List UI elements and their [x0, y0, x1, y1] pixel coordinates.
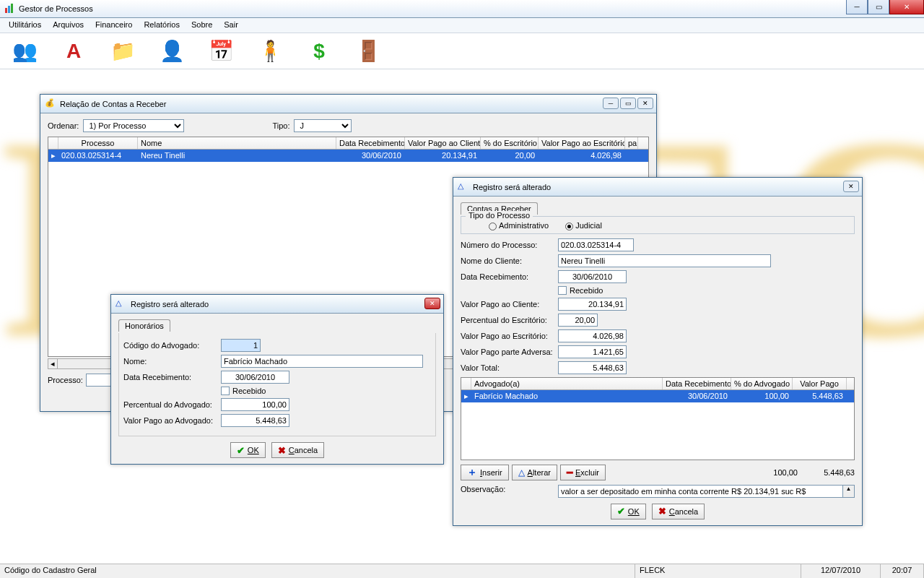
- money-icon: 💰: [45, 98, 56, 110]
- check-icon: ✔: [617, 506, 625, 517]
- vpc-input[interactable]: [558, 298, 627, 311]
- w3-title: Registro será alterado: [473, 183, 551, 191]
- menu-sobre[interactable]: Sobre: [186, 18, 218, 33]
- triangle-icon: △: [518, 467, 525, 478]
- obs-up[interactable]: ▲: [843, 486, 854, 492]
- toolbar-folder-icon[interactable]: 📁: [109, 38, 136, 65]
- close-button[interactable]: ✕: [889, 0, 924, 14]
- toolbar-calendar-icon[interactable]: 📅: [207, 38, 235, 65]
- toolbar: 👥 A 📁 👤 📅 🧍 $ 🚪: [0, 33, 924, 69]
- w3-row[interactable]: ▸ Fabrício Machado 30/06/2010 100,00 5.4…: [461, 390, 854, 402]
- excluir-button[interactable]: ━Excluir: [560, 465, 606, 480]
- w3-cancel-button[interactable]: ✖Cancela: [652, 504, 705, 519]
- toolbar-users-icon[interactable]: 👥: [11, 38, 38, 65]
- app-icon: [4, 3, 15, 14]
- statusbar: Código do Cadastro Geral FLECK 12/07/201…: [0, 564, 924, 578]
- num-input[interactable]: [558, 238, 634, 251]
- plus-icon: ＋: [467, 466, 477, 479]
- w1-min[interactable]: ─: [603, 98, 619, 109]
- w2-tab[interactable]: Honorários: [118, 319, 170, 332]
- radio-judicial[interactable]: [565, 223, 573, 230]
- data3-input[interactable]: [558, 270, 627, 283]
- radio-admin[interactable]: [489, 223, 497, 230]
- w2-title: Registro será alterado: [131, 300, 209, 309]
- check-icon: ✔: [237, 445, 245, 456]
- toolbar-person-icon[interactable]: 🧍: [256, 38, 284, 65]
- menu-financeiro[interactable]: Financeiro: [90, 18, 138, 33]
- toolbar-a-icon[interactable]: A: [60, 38, 87, 65]
- vpa-input[interactable]: [221, 414, 289, 427]
- w1-title: Relação de Contas a Receber: [60, 100, 166, 108]
- maximize-button[interactable]: ▭: [868, 0, 889, 14]
- vppa-input[interactable]: [558, 345, 627, 358]
- nomecli-input[interactable]: [558, 254, 771, 267]
- toolbar-exit-icon[interactable]: 🚪: [354, 38, 382, 65]
- w3-grid-header: Advogado(a) Data Recebimento % do Advoga…: [461, 378, 854, 390]
- w1-max[interactable]: ▭: [620, 98, 636, 109]
- pesc-input[interactable]: [558, 314, 598, 327]
- menu-sair[interactable]: Sair: [218, 18, 244, 33]
- app-title: Gestor de Processos: [19, 4, 93, 13]
- ordenar-label: Ordenar:: [48, 121, 79, 130]
- menu-relatorios[interactable]: Relatórios: [138, 18, 186, 33]
- warning-icon: △: [116, 298, 127, 310]
- w2-ok-button[interactable]: ✔OK: [230, 442, 266, 458]
- w3-ok-button[interactable]: ✔OK: [611, 504, 646, 519]
- toolbar-contact-icon[interactable]: 👤: [158, 38, 186, 65]
- processo-label: Processo:: [48, 376, 83, 384]
- svg-rect-0: [5, 8, 7, 13]
- ordenar-select[interactable]: 1) Por Processo: [83, 119, 184, 132]
- window-registro: △ Registro será alterado ✕ Contas a Rece…: [453, 177, 863, 526]
- recebido-check[interactable]: [221, 387, 230, 395]
- w1-close[interactable]: ✕: [637, 98, 653, 109]
- svg-rect-1: [8, 6, 10, 13]
- menu-arquivos[interactable]: Arquivos: [47, 18, 90, 33]
- w1-grid-header: Processo Nome Data Recebimento Valor Pag…: [48, 137, 648, 150]
- w2-cancel-button[interactable]: ✖Cancela: [271, 442, 324, 458]
- alterar-button[interactable]: △Alterar: [512, 465, 557, 480]
- vpe-input[interactable]: [558, 329, 627, 342]
- w3-close[interactable]: ✕: [843, 181, 859, 192]
- vt-input[interactable]: [558, 361, 627, 374]
- recebido3-check[interactable]: [558, 286, 567, 295]
- warning-icon: △: [458, 181, 469, 193]
- codigo-input[interactable]: [221, 339, 261, 352]
- toolbar-money-icon[interactable]: $: [305, 38, 333, 65]
- main-titlebar: Gestor de Processos ─ ▭ ✕: [0, 0, 924, 18]
- w2-close[interactable]: ✕: [424, 298, 440, 309]
- x-icon: ✖: [278, 445, 286, 456]
- svg-rect-2: [11, 4, 13, 13]
- w1-row[interactable]: ▸ 020.03.025314-4 Nereu Tinelli 30/06/20…: [48, 150, 648, 162]
- nome-input[interactable]: [221, 355, 423, 368]
- x-icon: ✖: [658, 506, 666, 517]
- data-input[interactable]: [221, 371, 289, 384]
- tipo-label: Tipo:: [272, 121, 289, 130]
- minimize-button[interactable]: ─: [846, 0, 868, 14]
- inserir-button[interactable]: ＋Inserir: [461, 465, 509, 480]
- pct-input[interactable]: [221, 398, 289, 411]
- obs-input[interactable]: [558, 485, 843, 498]
- menu-utilitarios[interactable]: Utilitários: [3, 18, 47, 33]
- minus-icon: ━: [567, 467, 572, 478]
- tipo-select[interactable]: J: [294, 119, 352, 132]
- window-honorarios: △ Registro será alterado ✕ Honorários Có…: [110, 294, 444, 465]
- menubar: Utilitários Arquivos Financeiro Relatóri…: [0, 18, 924, 33]
